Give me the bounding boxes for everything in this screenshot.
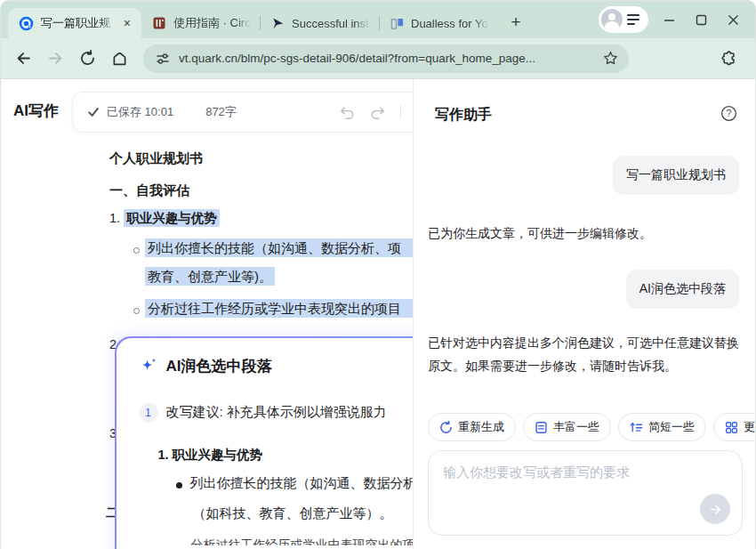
profile-menu-button[interactable] — [599, 6, 648, 33]
preview-partial-line: 分析过往工作经历或学业中表现突出的项目 — [191, 537, 414, 545]
refresh-icon — [439, 421, 453, 434]
shorten-button[interactable]: 简短一些 — [618, 413, 706, 441]
sparkle-icon — [140, 358, 157, 374]
chip-label: 重新生成 — [458, 419, 504, 435]
maximize-button[interactable] — [689, 8, 712, 31]
help-button[interactable]: ? — [720, 105, 737, 125]
preview-line-2: （如科技、教育、创意产业等）。 — [193, 505, 393, 522]
tab-title: 使用指南 · Circle — [173, 15, 251, 31]
minimize-button[interactable] — [657, 8, 680, 31]
tab-guide[interactable]: 使用指南 · Circle — [141, 8, 260, 38]
home-button[interactable] — [106, 45, 133, 72]
reload-button[interactable] — [74, 45, 101, 72]
bullet-marker — [133, 308, 140, 314]
chip-label: 简短一些 — [648, 419, 695, 435]
tab-install[interactable]: Successful install — [261, 8, 379, 38]
app-title: AI写作 — [13, 101, 59, 121]
doc-item-number: 1. — [109, 211, 120, 225]
send-arrow-icon — [708, 502, 723, 517]
reload-icon — [79, 50, 96, 67]
new-tab-button[interactable]: + — [503, 10, 528, 35]
back-icon — [15, 50, 32, 67]
doc-bullet-1-line-2[interactable]: 教育、创意产业等)。 — [145, 269, 275, 286]
suggestion-item[interactable]: 1 改写建议: 补充具体示例以增强说服力 — [139, 403, 387, 423]
tab-close-icon[interactable]: × — [122, 16, 133, 30]
assistant-message: 已针对选中内容提出多个润色建议，可选中任意建议替换原文。如果需要进一步修改，请随… — [428, 331, 746, 377]
assistant-pane: 写作助手 ? 写一篇职业规划书 已为你生成文章，可供进一步编辑修改。 AI润色选… — [413, 79, 755, 549]
save-status-text: 已保存 10:01 — [107, 104, 173, 120]
url-text: vt.quark.cn/blm/pc-sgs-detail-906/detail… — [179, 52, 594, 65]
user-message: 写一篇职业规划书 — [613, 156, 739, 195]
doc-title[interactable]: 个人职业规划书 — [109, 150, 203, 167]
help-icon: ? — [720, 105, 737, 122]
browser-toolbar: vt.quark.cn/blm/pc-sgs-detail-906/detail… — [1, 38, 755, 79]
regenerate-button[interactable]: 重新生成 — [428, 413, 516, 441]
extensions-button[interactable] — [716, 45, 743, 72]
doc-heading-1[interactable]: 一、自我评估 — [109, 182, 189, 199]
suggestion-text: 改写建议: 补充具体示例以增强说服力 — [166, 404, 387, 421]
maximize-icon — [696, 14, 707, 26]
close-window-button[interactable] — [721, 8, 744, 31]
enrich-button[interactable]: 丰富一些 — [523, 413, 611, 441]
close-icon — [728, 14, 739, 26]
browser-window: 写一篇职业规 × 使用指南 · Circle Successful instal… — [0, 0, 756, 549]
minimize-icon — [664, 14, 675, 26]
bookmark-star-icon[interactable] — [603, 51, 618, 66]
doc-list-item-1[interactable]: 1. 职业兴趣与优势 — [109, 210, 220, 227]
preview-bullet-marker — [176, 482, 182, 488]
puzzle-icon — [721, 51, 737, 67]
assistant-title: 写作助手 — [435, 106, 492, 125]
forward-button[interactable] — [42, 45, 68, 72]
doc-selected-text[interactable]: 职业兴趣与优势 — [124, 209, 220, 227]
word-count: 872字 — [205, 104, 237, 120]
undo-icon[interactable] — [338, 104, 356, 120]
chat-input[interactable] — [429, 451, 742, 535]
document-icon — [535, 421, 548, 434]
popup-title: AI润色选中段落 — [166, 356, 272, 376]
user-message: AI润色选中段落 — [626, 270, 739, 309]
doc-bullet-1-line-1[interactable]: 列出你擅长的技能（如沟通、数据分析、项 — [145, 240, 413, 257]
avatar — [601, 9, 623, 30]
redo-icon[interactable] — [369, 104, 387, 120]
preview-line-1: 列出你擅长的技能（如沟通、数据分析 — [190, 475, 414, 492]
page-content: AI写作 已保存 10:01 872字 B 个人职业规划书 一、自我评估 1. — [1, 79, 755, 549]
tab-title: Dualless for Your — [411, 17, 489, 30]
forward-icon — [47, 50, 64, 67]
history-group: B — [338, 104, 413, 120]
more-button[interactable]: 更多 — [713, 413, 755, 441]
tab-title: Successful install — [292, 17, 370, 30]
dualless-icon — [390, 17, 404, 30]
toolbar-divider — [400, 105, 401, 119]
check-icon — [87, 106, 100, 118]
tune-icon — [156, 52, 170, 66]
tab-ai-writing[interactable]: 写一篇职业规 × — [8, 8, 141, 38]
doc-bullet-2[interactable]: 分析过往工作经历或学业中表现突出的项目 — [145, 301, 413, 318]
menu-icon — [627, 14, 639, 25]
assistant-message: 已为你生成文章，可供进一步编辑修改。 — [428, 222, 652, 245]
editor-toolbar: 已保存 10:01 872字 B — [72, 92, 413, 133]
ai-polish-popup-body: AI润色选中段落 1 改写建议: 补充具体示例以增强说服力 1. 职业兴趣与优势… — [117, 338, 414, 549]
chip-label: 丰富一些 — [553, 419, 599, 435]
suggestion-number-badge: 1 — [139, 403, 158, 423]
preview-heading: 1. 职业兴趣与优势 — [158, 447, 263, 464]
popup-title-row: AI润色选中段落 — [140, 356, 272, 376]
notebook-icon — [152, 16, 166, 30]
tab-strip: 写一篇职业规 × 使用指南 · Circle Successful instal… — [1, 1, 755, 38]
shorten-icon — [630, 421, 643, 434]
svg-text:?: ? — [727, 109, 732, 118]
launch-arrow-icon — [271, 17, 285, 30]
send-button[interactable] — [700, 494, 730, 524]
quark-logo-icon — [19, 16, 34, 31]
chat-input-container — [428, 450, 743, 536]
back-button[interactable] — [10, 45, 36, 72]
ai-polish-popup: AI润色选中段落 1 改写建议: 补充具体示例以增强说服力 1. 职业兴趣与优势… — [115, 336, 413, 549]
tab-dualless[interactable]: Dualless for Your — [380, 8, 498, 38]
window-controls — [599, 6, 755, 38]
save-status: 已保存 10:01 — [87, 104, 173, 120]
grid-icon — [725, 421, 738, 434]
editor-pane: AI写作 已保存 10:01 872字 B 个人职业规划书 一、自我评估 1. — [1, 79, 413, 549]
address-bar[interactable]: vt.quark.cn/blm/pc-sgs-detail-906/detail… — [143, 44, 629, 73]
home-icon — [111, 50, 128, 67]
bullet-marker — [133, 247, 140, 254]
quick-actions: 重新生成 丰富一些 简短一些 更多 — [428, 413, 744, 441]
